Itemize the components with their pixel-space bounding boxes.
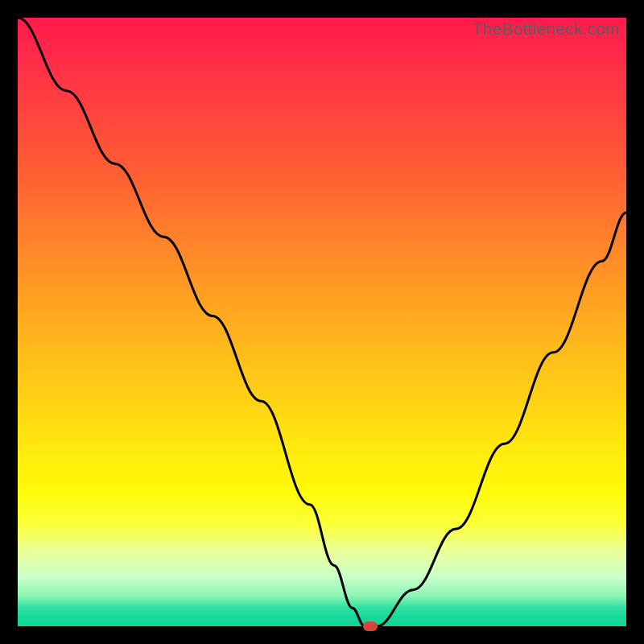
- bottleneck-curve: [18, 18, 626, 626]
- chart-frame: TheBottleneck.com: [0, 0, 644, 644]
- watermark-text: TheBottleneck.com: [473, 19, 620, 39]
- chart-plot-area: TheBottleneck.com: [18, 18, 626, 626]
- optimum-marker: [363, 621, 378, 631]
